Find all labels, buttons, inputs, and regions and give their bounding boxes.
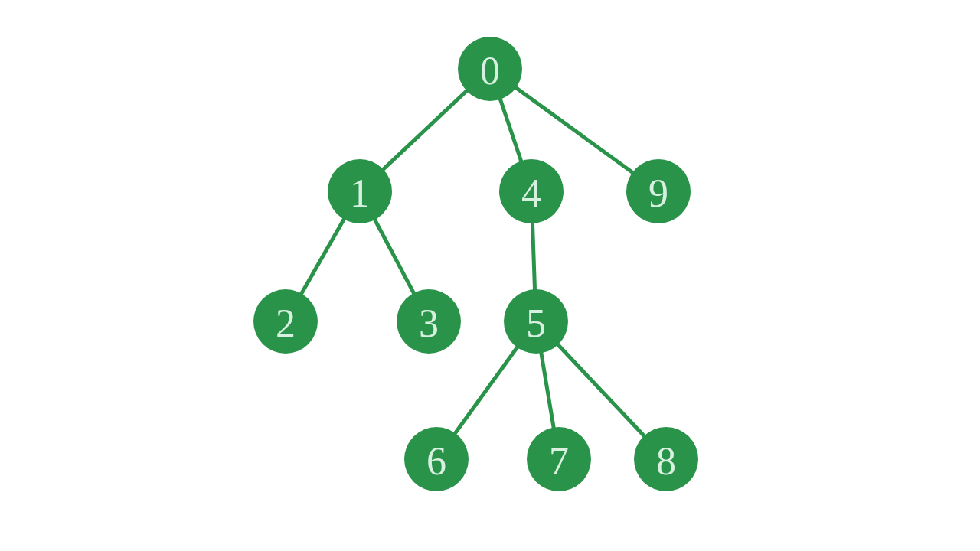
node-4: 4	[499, 159, 564, 223]
node-2: 2	[253, 289, 318, 354]
node-label-6: 6	[426, 439, 446, 483]
node-label-1: 1	[350, 171, 370, 215]
tree-diagram: 0149235678	[0, 0, 980, 551]
node-9: 9	[626, 159, 691, 223]
node-label-7: 7	[549, 439, 569, 483]
node-label-2: 2	[276, 302, 296, 345]
node-5: 5	[504, 289, 568, 354]
node-3: 3	[397, 289, 461, 354]
node-label-8: 8	[656, 439, 676, 483]
edges-layer	[286, 69, 666, 459]
node-label-9: 9	[648, 171, 668, 215]
node-7: 7	[527, 427, 591, 491]
node-label-3: 3	[419, 302, 439, 345]
node-label-4: 4	[521, 171, 541, 215]
node-6: 6	[404, 427, 469, 491]
node-label-5: 5	[526, 302, 546, 345]
node-8: 8	[634, 427, 698, 491]
node-label-0: 0	[480, 49, 500, 93]
node-0: 0	[458, 37, 522, 101]
node-1: 1	[328, 159, 392, 223]
